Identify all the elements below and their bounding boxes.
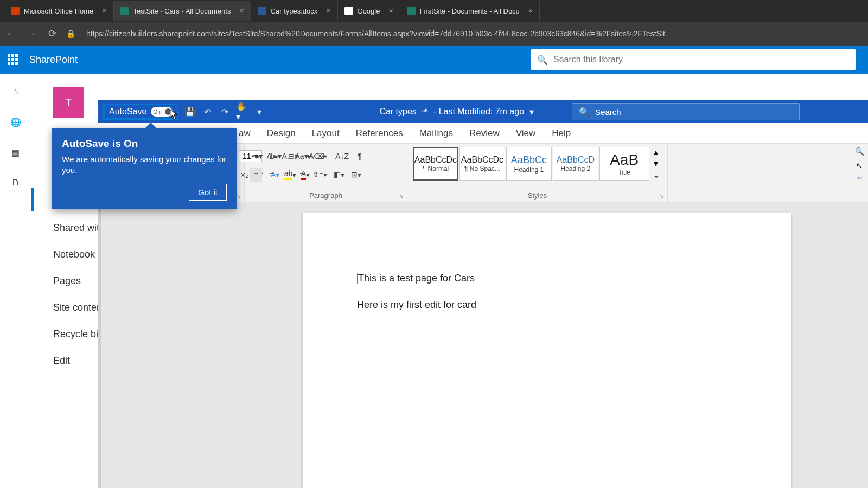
find-icon[interactable]: 🔍: [855, 147, 864, 156]
search-icon: 🔍: [579, 107, 590, 117]
ribbon-tab-draw[interactable]: aw: [239, 128, 251, 139]
sharepoint-brand[interactable]: SharePoint: [29, 54, 78, 66]
line-spacing-button[interactable]: ⇕≡▾: [311, 168, 329, 182]
align-left-button[interactable]: ≡: [250, 168, 262, 182]
undo-icon[interactable]: ↶: [201, 106, 213, 118]
close-icon[interactable]: ×: [388, 7, 393, 15]
autosave-callout: AutoSave is On We are automatically savi…: [52, 128, 237, 209]
document-title[interactable]: Car types ᵃᴿ - Last Modified: 7m ago ▾: [379, 107, 534, 117]
ribbon-tab-mailings[interactable]: Mailings: [419, 128, 453, 139]
browser-tab[interactable]: Google ×: [338, 1, 400, 21]
document-page[interactable]: This is a test page for Cars Here is my …: [303, 213, 791, 488]
left-rail: ⌂ 🌐 ▦ 🗎: [0, 74, 31, 488]
shading-button[interactable]: ◧▾: [332, 168, 346, 182]
justify-button[interactable]: ≡: [296, 168, 308, 182]
site-logo[interactable]: T: [53, 87, 84, 118]
site-area: T AutoSave On 💾 ↶ ↷ ✋▾ ▾ Car types ᵃᴿ - …: [31, 74, 868, 488]
align-right-button[interactable]: ≡: [280, 168, 292, 182]
search-input[interactable]: [553, 55, 850, 65]
increase-indent-button[interactable]: ⇥: [318, 149, 330, 163]
style-title[interactable]: AaB Title: [599, 147, 649, 181]
replace-icon[interactable]: ᵃᵇ: [857, 175, 863, 183]
style-nospacing[interactable]: AaBbCcDc ¶ No Spac...: [459, 147, 505, 181]
ribbon-tab-view[interactable]: View: [516, 128, 536, 139]
browser-address-bar: ← → ⟳ 🔒 https://citizenbuilders.sharepoi…: [0, 22, 868, 46]
word-search-input[interactable]: [595, 107, 793, 117]
browser-tab-bar: Microsoft Office Home × TestSite - Cars …: [0, 0, 868, 22]
align-center-button[interactable]: ≡: [265, 168, 277, 182]
document-canvas: This is a test page for Cars Here is my …: [98, 202, 868, 488]
tab-label: Google: [358, 7, 380, 15]
sharepoint-header: SharePoint 🔍: [0, 46, 868, 74]
close-icon[interactable]: ×: [528, 7, 533, 15]
tab-label: Car types.docx: [271, 7, 318, 15]
right-pane-tools: 🔍 ↖ ᵃᵇ: [851, 144, 868, 202]
sort-button[interactable]: A↓Z: [334, 149, 350, 163]
style-normal[interactable]: AaBbCcDc ¶ Normal: [413, 147, 458, 181]
browser-tab[interactable]: TestSite - Cars - All Documents ×: [114, 1, 251, 21]
dialog-launcher-icon[interactable]: ↘: [236, 192, 241, 200]
redo-icon[interactable]: ↷: [219, 106, 231, 118]
ribbon-tab-references[interactable]: References: [356, 128, 403, 139]
files-icon[interactable]: 🗎: [9, 176, 23, 190]
group-label: Styles: [407, 191, 667, 200]
browser-tab[interactable]: Microsoft Office Home ×: [4, 1, 114, 21]
close-icon[interactable]: ×: [239, 7, 244, 15]
accessibility-icon: ᵃᴿ: [422, 107, 428, 116]
autosave-switch[interactable]: On: [151, 107, 173, 117]
selection-cursor-icon[interactable]: ↖: [856, 161, 863, 170]
dialog-launcher-icon[interactable]: ↘: [659, 192, 664, 200]
numbering-button[interactable]: 1≡▾: [267, 149, 283, 163]
tab-label: Microsoft Office Home: [24, 7, 93, 15]
ribbon-tab-design[interactable]: Design: [267, 128, 296, 139]
last-modified-text: - Last Modified: 7m ago: [433, 107, 524, 117]
style-heading2[interactable]: AaBbCcD Heading 2: [553, 147, 598, 181]
ribbon-tab-review[interactable]: Review: [469, 128, 500, 139]
ribbon-tab-layout[interactable]: Layout: [312, 128, 340, 139]
save-icon[interactable]: 💾: [184, 106, 196, 118]
document-paragraph[interactable]: Here is my first edit for card: [357, 299, 737, 311]
qat-customize-icon[interactable]: ▾: [253, 106, 265, 118]
sidebar-active-marker: [31, 188, 34, 211]
word-search[interactable]: 🔍: [572, 103, 800, 120]
style-heading1[interactable]: AaBbCc Heading 1: [506, 147, 552, 181]
touch-mode-icon[interactable]: ✋▾: [236, 106, 248, 118]
google-icon: [344, 7, 353, 15]
browser-tab[interactable]: FirstSite - Documents - All Docu ×: [400, 1, 540, 21]
home-icon[interactable]: ⌂: [9, 85, 23, 99]
ribbon-tab-help[interactable]: Help: [552, 128, 571, 139]
forward-button[interactable]: →: [25, 27, 38, 40]
news-icon[interactable]: ▦: [9, 145, 23, 159]
sharepoint-icon: [407, 7, 416, 15]
close-icon[interactable]: ×: [326, 7, 330, 15]
dialog-launcher-icon[interactable]: ↘: [399, 192, 404, 200]
word-title-bar: AutoSave On 💾 ↶ ↷ ✋▾ ▾ Car types ᵃᴿ - La…: [98, 100, 868, 123]
styles-more-button[interactable]: ▴▾⌄: [650, 147, 662, 180]
show-marks-button[interactable]: ¶: [354, 149, 366, 163]
close-icon[interactable]: ×: [102, 7, 106, 15]
document-paragraph[interactable]: This is a test page for Cars: [357, 273, 737, 284]
got-it-button[interactable]: Got it: [189, 184, 227, 201]
search-icon: 🔍: [537, 55, 548, 65]
autosave-toggle-wrap[interactable]: AutoSave On: [103, 104, 178, 120]
bullets-button[interactable]: •≡▾: [250, 149, 264, 163]
decrease-indent-button[interactable]: ⇤: [303, 149, 315, 163]
url-text[interactable]: https://citizenbuilders.sharepoint.com/s…: [86, 29, 665, 38]
borders-button[interactable]: ⊞▾: [349, 168, 363, 182]
reload-button[interactable]: ⟳: [46, 27, 59, 40]
back-button[interactable]: ←: [4, 27, 17, 40]
sharepoint-search[interactable]: 🔍: [531, 49, 856, 70]
globe-icon[interactable]: 🌐: [9, 115, 23, 129]
tab-label: TestSite - Cars - All Documents: [133, 7, 231, 15]
multilevel-button[interactable]: ⊟▾: [286, 149, 300, 163]
chevron-down-icon[interactable]: ▾: [529, 107, 534, 117]
app-launcher-icon[interactable]: [8, 54, 18, 65]
browser-tab[interactable]: Car types.docx ×: [251, 1, 338, 21]
autosave-label: AutoSave: [109, 107, 146, 117]
styles-group: AaBbCcDc ¶ Normal AaBbCcDc ¶ No Spac... …: [407, 144, 668, 202]
sharepoint-icon: [120, 7, 129, 15]
paragraph-group: •≡▾ 1≡▾ ⊟▾ ⇤ ⇥ A↓Z ¶ ≡ ≡ ≡ ≡ ⇕≡▾ ◧▾ ⊞▾ P…: [245, 144, 407, 202]
lock-icon: 🔒: [66, 29, 75, 38]
group-label: Paragraph: [245, 191, 407, 200]
callout-title: AutoSave is On: [62, 138, 227, 150]
